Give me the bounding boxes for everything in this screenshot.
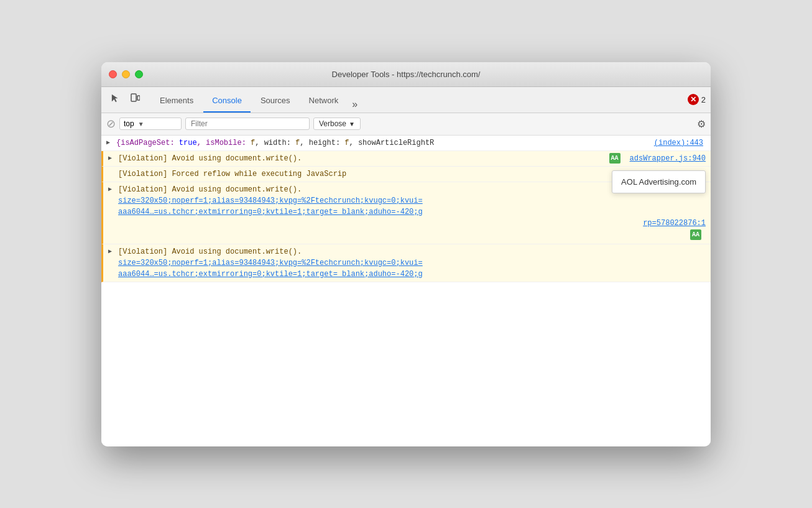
expand-icon[interactable]: ▶ [108,247,112,256]
clear-console-button[interactable]: ⊘ [106,118,116,129]
log-level-selector[interactable]: Verbose ▼ [313,118,361,130]
tab-network[interactable]: Network [300,90,348,113]
context-label: top [124,119,134,128]
select-element-button[interactable] [106,91,124,108]
console-toolbar: ⊘ top ▼ Verbose ▼ ⚙ [101,113,711,136]
error-count: 2 [701,95,706,104]
error-icon: ✕ [688,94,699,105]
devtools-window: Developer Tools - https://techcrunch.com… [101,62,711,446]
toolbar-right: ✕ 2 [688,94,706,105]
sub-link-2[interactable]: aaa6044…=us.tchcr;extmirroring=0;kvtile=… [118,208,423,216]
tab-console[interactable]: Console [203,90,251,113]
device-icon [130,93,140,103]
maximize-button[interactable] [135,70,143,78]
source-link-index[interactable]: (index):443 [654,137,703,149]
main-toolbar: Elements Console Sources Network » ✕ 2 [101,87,711,113]
titlebar: Developer Tools - https://techcrunch.com… [101,62,711,87]
context-chevron-icon: ▼ [138,121,144,127]
filter-input[interactable] [185,118,310,130]
aa-badge: AA [609,153,621,164]
console-line-violation-3: ▶ [Violation] Avoid using document.write… [101,244,711,282]
source-link-adswrapper[interactable]: adsWrapper.js:940 [630,153,706,164]
cursor-icon [110,93,120,103]
expand-icon[interactable]: ▶ [108,185,112,194]
traffic-lights [109,70,143,78]
expand-icon[interactable]: ▶ [106,138,110,147]
device-toolbar-button[interactable] [126,91,144,108]
expand-icon[interactable]: ▶ [108,154,112,163]
sub-link-5[interactable]: aaa6044…=us.tchcr;extmirroring=0;kvtile=… [118,270,423,279]
aa-badge-bottom: AA [690,229,701,240]
minimize-button[interactable] [122,70,130,78]
sub-link[interactable]: size=320x50;noperf=1;alias=93484943;kvpg… [118,196,423,205]
tab-bar: Elements Console Sources Network » [151,87,361,113]
error-badge: ✕ 2 [688,94,706,105]
close-button[interactable] [109,70,117,78]
aa-tooltip: AOL Advertising.com [612,170,706,194]
tooltip-text: AOL Advertising.com [621,177,696,187]
tab-elements[interactable]: Elements [151,90,202,113]
console-line: (index):443 ▶ {isAdPageSet: true, isMobi… [101,136,711,151]
sub-link-3[interactable]: rp=578022876:1 [643,218,706,229]
context-selector[interactable]: top ▼ [119,118,182,130]
svg-rect-0 [131,94,136,101]
tab-sources[interactable]: Sources [252,90,299,113]
console-line-violation-1: ▶ [Violation] Avoid using document.write… [101,151,711,167]
sub-link-4[interactable]: size=320x50;noperf=1;alias=93484943;kvpg… [118,259,423,267]
verbose-label: Verbose [319,119,346,128]
settings-button[interactable]: ⚙ [697,118,706,130]
window-title: Developer Tools - https://techcrunch.com… [332,70,481,79]
svg-rect-1 [137,96,140,100]
more-tabs-button[interactable]: » [348,96,361,113]
verbose-chevron-icon: ▼ [349,121,355,127]
console-output: (index):443 ▶ {isAdPageSet: true, isMobi… [101,136,711,446]
